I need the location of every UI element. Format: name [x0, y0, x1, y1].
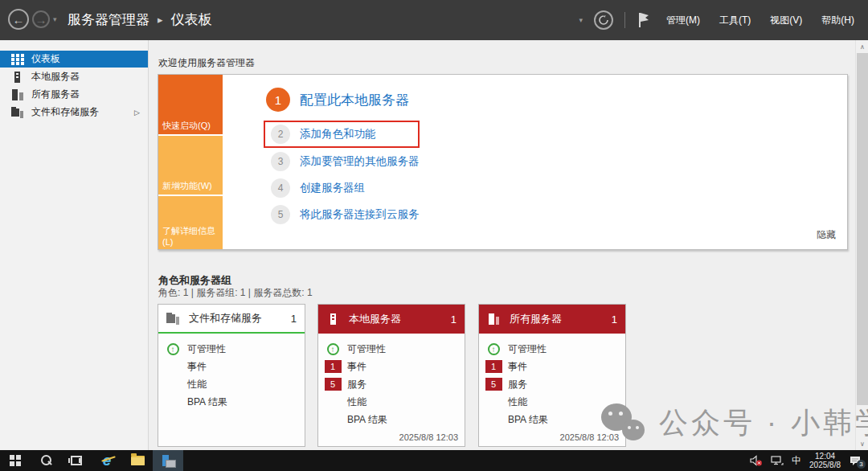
step-3-number-badge: 3: [271, 152, 290, 171]
quick-start-steps: 1 配置此本地服务器 2 添加角色和功能 3 添加要管理的其他服务器 4 创建服…: [266, 88, 420, 231]
forward-button[interactable]: →: [32, 10, 50, 28]
all-servers-icon: [11, 89, 24, 100]
tile-timestamp: 2025/8/8 12:03: [560, 432, 619, 442]
tile-row-performance[interactable]: 性能: [479, 393, 625, 411]
tile-row-manageability[interactable]: ↑ 可管理性: [318, 340, 465, 358]
step-1-link[interactable]: 配置此本地服务器: [300, 91, 409, 109]
services-count-badge: 5: [325, 378, 342, 391]
tile-row-bpa-results[interactable]: BPA 结果: [318, 411, 465, 428]
whats-new-label: 新增功能(W): [162, 180, 212, 192]
tile-row-events[interactable]: 1 事件: [479, 358, 625, 375]
step-connect-cloud-services[interactable]: 5 将此服务器连接到云服务: [271, 205, 420, 224]
back-icon: ←: [13, 13, 25, 27]
quick-start-tab[interactable]: 快速启动(Q): [158, 75, 223, 134]
sidebar-item-dashboard[interactable]: 仪表板: [0, 51, 148, 68]
tile-row-services[interactable]: 5 服务: [479, 375, 625, 393]
taskbar-clock[interactable]: 12:04 2025/8/8: [809, 452, 841, 469]
tile-row-bpa-results[interactable]: BPA 结果: [158, 393, 305, 411]
step-2-number-badge: 2: [271, 125, 290, 144]
events-count-badge: 1: [325, 360, 342, 373]
scroll-up-icon[interactable]: ∧: [856, 40, 868, 53]
step-4-link[interactable]: 创建服务器组: [300, 181, 365, 195]
back-button[interactable]: ←: [8, 9, 29, 30]
local-server-tile-icon: [326, 313, 341, 326]
breadcrumb-separator-icon: ▸: [158, 14, 163, 26]
task-view-button[interactable]: [61, 450, 92, 471]
vertical-scrollbar[interactable]: ∧ ∨: [855, 40, 868, 450]
tile-title: 所有服务器: [510, 312, 612, 326]
nav-history-dropdown[interactable]: ▾: [53, 15, 57, 23]
sidebar-item-local-server[interactable]: 本地服务器: [0, 68, 148, 85]
file-explorer-button[interactable]: [122, 450, 153, 471]
step-configure-local-server[interactable]: 1 配置此本地服务器: [266, 88, 420, 112]
manageability-up-icon: ↑: [327, 343, 339, 355]
quick-start-panel: 快速启动(Q) 新增功能(W) 了解详细信息(L): [158, 75, 223, 249]
tile-header-all-servers[interactable]: 所有服务器 1: [479, 305, 625, 334]
forward-icon: →: [35, 13, 47, 27]
notifications-flag-button[interactable]: [637, 11, 651, 29]
sidebar-item-label: 文件和存储服务: [31, 105, 99, 119]
windows-logo-icon: [10, 455, 21, 466]
sidebar-item-file-storage-services[interactable]: 文件和存储服务 ▷: [0, 104, 148, 121]
refresh-dropdown[interactable]: ▾: [579, 16, 583, 24]
ime-indicator[interactable]: 中: [792, 454, 801, 468]
welcome-header: 欢迎使用服务器管理器: [158, 56, 255, 70]
expand-chevron-icon[interactable]: ▷: [134, 109, 140, 117]
roles-section-subtitle: 角色: 1 | 服务器组: 1 | 服务器总数: 1: [158, 286, 313, 300]
flag-icon: [637, 11, 651, 29]
internet-explorer-button[interactable]: e: [92, 450, 122, 471]
all-servers-tile-icon: [487, 313, 502, 326]
taskbar: e 中 12:04: [0, 450, 868, 471]
step-create-server-group[interactable]: 4 创建服务器组: [271, 178, 420, 198]
clock-date: 2025/8/8: [809, 461, 841, 469]
learn-more-tab[interactable]: 了解详细信息(L): [158, 196, 223, 249]
menu-tools[interactable]: 工具(T): [715, 10, 755, 31]
manageability-up-icon: ↑: [488, 343, 500, 355]
step-add-roles-features[interactable]: 2 添加角色和功能: [271, 125, 376, 144]
server-manager-icon: [161, 455, 175, 466]
step-5-link[interactable]: 将此服务器连接到云服务: [300, 207, 420, 222]
menu-help[interactable]: 帮助(H): [817, 10, 858, 31]
roles-tile-file-storage: 文件和存储服务 1 ↑ 可管理性 事件 性能 BPA 结果: [158, 304, 305, 447]
server-manager-taskbar-button[interactable]: [153, 450, 183, 471]
volume-muted-button[interactable]: [750, 455, 763, 466]
file-storage-icon: [11, 107, 24, 118]
folder-icon: [131, 456, 145, 465]
roles-tile-all-servers: 所有服务器 1 ↑ 可管理性 1 事件 5 服务 性能: [478, 304, 626, 447]
sidebar-item-label: 仪表板: [31, 52, 60, 66]
services-count-badge: 5: [485, 378, 502, 391]
menu-view[interactable]: 视图(V): [766, 10, 806, 31]
network-button[interactable]: [771, 455, 784, 466]
refresh-button[interactable]: [594, 10, 613, 30]
tile-row-services[interactable]: 5 服务: [318, 375, 465, 393]
step-add-other-servers[interactable]: 3 添加要管理的其他服务器: [271, 152, 420, 171]
search-icon: [40, 455, 51, 466]
network-icon: [771, 455, 784, 466]
scrollbar-thumb[interactable]: [857, 53, 868, 405]
server-manager-window: ← → ▾ 服务器管理器 ▸ 仪表板 ▾ 管理: [0, 0, 868, 471]
learn-more-label: 了解详细信息(L): [162, 225, 223, 247]
start-button[interactable]: [0, 450, 31, 471]
tile-row-events[interactable]: 事件: [158, 358, 305, 375]
step-3-link[interactable]: 添加要管理的其他服务器: [300, 154, 420, 169]
tile-row-manageability[interactable]: ↑ 可管理性: [158, 340, 305, 358]
breadcrumb-app[interactable]: 服务器管理器: [68, 10, 149, 29]
taskbar-search-button[interactable]: [31, 450, 61, 471]
whats-new-tab[interactable]: 新增功能(W): [158, 136, 223, 195]
file-storage-tile-icon: [166, 312, 181, 325]
sidebar-item-all-servers[interactable]: 所有服务器: [0, 86, 148, 103]
menu-manage[interactable]: 管理(M): [662, 10, 704, 31]
speaker-muted-icon: [750, 455, 763, 466]
tile-row-performance[interactable]: 性能: [318, 393, 465, 411]
tile-header-file-storage[interactable]: 文件和存储服务 1: [158, 305, 305, 334]
tile-row-bpa-results[interactable]: BPA 结果: [479, 411, 625, 428]
notification-center-button[interactable]: 3: [849, 455, 862, 466]
tile-row-manageability[interactable]: ↑ 可管理性: [479, 340, 625, 358]
step-2-link[interactable]: 添加角色和功能: [300, 127, 376, 141]
scroll-down-icon[interactable]: ∨: [856, 437, 868, 450]
tile-header-local-server[interactable]: 本地服务器 1: [318, 305, 465, 334]
tile-row-performance[interactable]: 性能: [158, 375, 305, 393]
step-4-number-badge: 4: [271, 178, 290, 198]
tile-row-events[interactable]: 1 事件: [318, 358, 465, 375]
hide-link[interactable]: 隐藏: [817, 228, 836, 242]
